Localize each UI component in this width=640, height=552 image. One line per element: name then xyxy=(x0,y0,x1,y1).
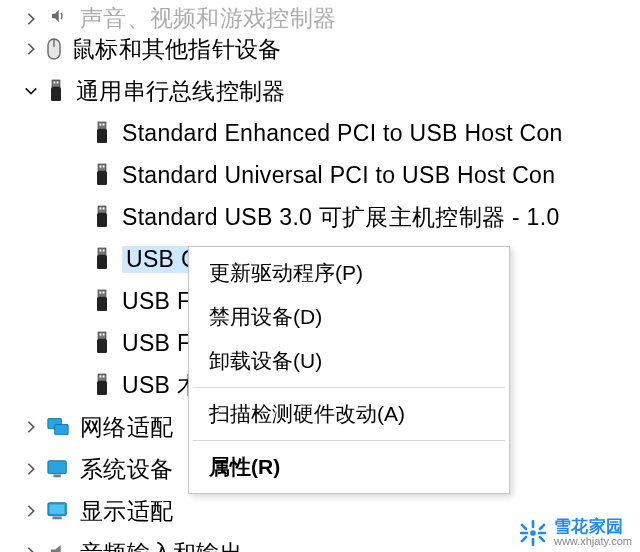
tree-label: 网络适配 xyxy=(80,412,173,443)
chevron-right-icon[interactable] xyxy=(22,544,40,552)
menu-update-driver[interactable]: 更新驱动程序(P) xyxy=(191,251,507,295)
menu-separator xyxy=(193,440,505,441)
menu-disable-device[interactable]: 禁用设备(D) xyxy=(191,295,507,339)
menu-separator xyxy=(193,387,505,388)
chevron-right-icon[interactable] xyxy=(22,418,40,436)
usb-icon xyxy=(92,121,112,145)
network-icon xyxy=(46,415,70,439)
usb-icon xyxy=(92,373,112,397)
watermark-text: 雪花家园 www.xhjaty.com xyxy=(554,518,632,547)
tree-label: USB F xyxy=(122,288,191,315)
watermark-url: www.xhjaty.com xyxy=(554,536,632,548)
svg-rect-44 xyxy=(520,532,528,535)
usb-icon xyxy=(92,163,112,187)
svg-rect-25 xyxy=(97,297,107,311)
svg-rect-6 xyxy=(98,122,106,129)
tree-label: 音频输入和输出 xyxy=(80,538,243,553)
tree-node-usb[interactable]: 通用串行总线控制器 xyxy=(0,70,640,112)
svg-rect-16 xyxy=(103,208,105,210)
tree-label: 系统设备 xyxy=(80,454,173,485)
svg-rect-47 xyxy=(538,535,546,543)
usb-icon xyxy=(46,79,66,103)
svg-rect-17 xyxy=(97,213,107,227)
system-icon xyxy=(46,457,70,481)
svg-rect-5 xyxy=(51,87,61,101)
svg-rect-14 xyxy=(98,206,106,213)
svg-rect-33 xyxy=(97,381,107,395)
menu-uninstall-device[interactable]: 卸载设备(U) xyxy=(191,339,507,383)
svg-rect-12 xyxy=(103,166,105,168)
chevron-right-icon[interactable] xyxy=(22,10,40,28)
sound-icon xyxy=(46,4,70,28)
svg-rect-45 xyxy=(538,532,546,535)
tree-label: Standard Universal PCI to USB Host Con xyxy=(122,162,555,189)
svg-rect-31 xyxy=(100,376,102,378)
tree-child[interactable]: Standard Enhanced PCI to USB Host Con xyxy=(0,112,640,154)
watermark: 雪花家园 www.xhjaty.com xyxy=(512,512,640,552)
usb-icon xyxy=(92,331,112,355)
svg-rect-10 xyxy=(98,164,106,171)
menu-scan-hardware[interactable]: 扫描检测硬件改动(A) xyxy=(191,392,507,436)
svg-rect-43 xyxy=(532,538,535,546)
svg-rect-3 xyxy=(54,82,56,84)
svg-rect-32 xyxy=(103,376,105,378)
chevron-right-icon[interactable] xyxy=(22,40,40,58)
usb-icon xyxy=(92,289,112,313)
svg-rect-48 xyxy=(538,523,546,531)
chevron-down-icon[interactable] xyxy=(22,82,40,100)
tree-label: 显示适配 xyxy=(80,496,173,527)
svg-rect-21 xyxy=(97,255,107,269)
tree-label: 通用串行总线控制器 xyxy=(76,76,286,107)
mouse-icon xyxy=(46,37,62,61)
tree-label: Standard USB 3.0 可扩展主机控制器 - 1.0 xyxy=(122,202,560,233)
svg-rect-35 xyxy=(55,424,69,434)
chevron-right-icon[interactable] xyxy=(22,460,40,478)
chevron-right-icon[interactable] xyxy=(22,502,40,520)
svg-rect-28 xyxy=(103,334,105,336)
svg-rect-2 xyxy=(52,80,60,87)
svg-rect-18 xyxy=(98,248,106,255)
svg-rect-26 xyxy=(98,332,106,339)
svg-rect-19 xyxy=(100,250,102,252)
tree-node-sound[interactable]: 声音、视频和游戏控制器 xyxy=(0,0,640,28)
context-menu: 更新驱动程序(P) 禁用设备(D) 卸载设备(U) 扫描检测硬件改动(A) 属性… xyxy=(188,246,510,494)
tree-node-mouse[interactable]: 鼠标和其他指针设备 xyxy=(0,28,640,70)
svg-rect-9 xyxy=(97,129,107,143)
svg-rect-24 xyxy=(103,292,105,294)
svg-rect-27 xyxy=(100,334,102,336)
svg-rect-20 xyxy=(103,250,105,252)
menu-properties[interactable]: 属性(R) xyxy=(191,445,507,489)
svg-rect-40 xyxy=(50,505,65,514)
svg-rect-22 xyxy=(98,290,106,297)
svg-point-41 xyxy=(530,530,536,536)
svg-rect-4 xyxy=(57,82,59,84)
watermark-name: 雪花家园 xyxy=(554,518,632,536)
svg-rect-39 xyxy=(53,517,62,520)
display-icon xyxy=(46,499,70,523)
tree-child[interactable]: Standard Universal PCI to USB Host Con xyxy=(0,154,640,196)
svg-rect-37 xyxy=(53,475,60,478)
svg-rect-42 xyxy=(532,520,535,528)
svg-rect-29 xyxy=(97,339,107,353)
tree-label: USB F xyxy=(122,330,191,357)
svg-rect-7 xyxy=(100,124,102,126)
svg-rect-30 xyxy=(98,374,106,381)
svg-rect-49 xyxy=(520,535,528,543)
tree-child[interactable]: Standard USB 3.0 可扩展主机控制器 - 1.0 xyxy=(0,196,640,238)
usb-icon xyxy=(92,205,112,229)
snowflake-icon xyxy=(518,518,548,548)
audio-icon xyxy=(46,541,70,552)
svg-rect-15 xyxy=(100,208,102,210)
svg-rect-36 xyxy=(48,461,66,474)
svg-rect-11 xyxy=(100,166,102,168)
svg-rect-8 xyxy=(103,124,105,126)
tree-label: 鼠标和其他指针设备 xyxy=(72,34,282,65)
svg-rect-13 xyxy=(97,171,107,185)
svg-rect-23 xyxy=(100,292,102,294)
svg-rect-46 xyxy=(520,523,528,531)
tree-label: Standard Enhanced PCI to USB Host Con xyxy=(122,120,563,147)
usb-icon xyxy=(92,247,112,271)
